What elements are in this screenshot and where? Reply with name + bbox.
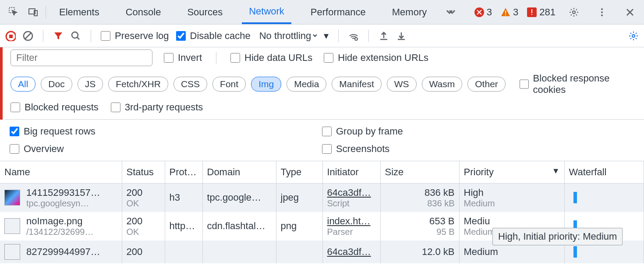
close-devtools-icon[interactable] <box>620 3 640 22</box>
request-thumb <box>4 190 20 205</box>
col-domain[interactable]: Domain <box>202 161 276 183</box>
svg-point-10 <box>601 8 603 10</box>
big-request-rows-checkbox[interactable]: Big request rows <box>10 126 322 137</box>
type-pill-doc[interactable]: Doc <box>41 77 72 92</box>
panel-tab-elements[interactable]: Elements <box>52 1 106 23</box>
search-icon[interactable] <box>71 31 81 41</box>
col-status[interactable]: Status <box>122 161 165 183</box>
issues-count[interactable]: 281 <box>527 7 556 18</box>
svg-point-12 <box>601 14 603 16</box>
panel-tab-memory[interactable]: Memory <box>385 1 434 23</box>
svg-rect-5 <box>505 14 506 15</box>
svg-point-9 <box>573 11 575 14</box>
device-toggle-icon[interactable] <box>24 3 43 22</box>
settings-gear-icon[interactable] <box>564 3 584 22</box>
request-thumb <box>4 218 20 234</box>
more-panels-icon[interactable] <box>441 3 460 22</box>
overview-checkbox[interactable]: Overview <box>10 143 322 155</box>
col-priority[interactable]: Priority▼ <box>459 161 564 183</box>
type-pill-wasm[interactable]: Wasm <box>422 77 463 92</box>
kebab-menu-icon[interactable] <box>592 3 612 22</box>
network-conditions-icon[interactable] <box>348 31 359 41</box>
blocked-requests-checkbox[interactable]: Blocked requests <box>11 102 99 113</box>
blocked-cookies-checkbox[interactable]: Blocked response cookies <box>520 73 639 96</box>
svg-rect-8 <box>531 14 532 15</box>
svg-line-18 <box>77 37 79 39</box>
throttling-select[interactable]: No throttling <box>258 30 318 42</box>
inspect-icon[interactable] <box>4 3 24 22</box>
col-initiator[interactable]: Initiator <box>322 161 380 183</box>
clear-icon[interactable] <box>23 31 33 41</box>
network-toolbar: Preserve log Disable cache No throttling… <box>0 25 644 47</box>
svg-point-19 <box>355 38 357 40</box>
svg-point-20 <box>632 35 635 37</box>
type-pill-ws[interactable]: WS <box>387 77 417 92</box>
waterfall-bar <box>573 246 577 258</box>
svg-rect-14 <box>9 35 13 38</box>
requests-table: NameStatusProt…DomainTypeInitiatorSizePr… <box>0 161 644 263</box>
extra-filters-row: Blocked requests 3rd-party requests <box>5 100 644 120</box>
network-settings-gear-icon[interactable] <box>628 31 639 41</box>
type-pill-js[interactable]: JS <box>78 77 103 92</box>
chevron-down-icon: ▾ <box>324 30 329 42</box>
panel-tabstrip: ElementsConsoleSourcesNetworkPerformance… <box>0 0 644 25</box>
filter-funnel-icon[interactable] <box>53 31 64 41</box>
view-options: Big request rows Group by frame Overview… <box>0 120 644 161</box>
filter-input[interactable] <box>11 50 152 66</box>
col-size[interactable]: Size <box>380 161 459 183</box>
type-pill-manifest[interactable]: Manifest <box>332 77 381 92</box>
panel-tab-network[interactable]: Network <box>242 0 291 24</box>
type-pill-img[interactable]: Img <box>251 77 281 92</box>
panel-tab-performance[interactable]: Performance <box>304 1 373 23</box>
col-type[interactable]: Type <box>276 161 322 183</box>
svg-line-16 <box>25 33 31 39</box>
type-pill-other[interactable]: Other <box>467 77 506 92</box>
record-button[interactable] <box>5 31 16 41</box>
error-count[interactable]: 3 <box>474 7 492 18</box>
hide-data-urls-checkbox[interactable]: Hide data URLs <box>230 52 312 64</box>
type-pill-fetchxhr[interactable]: Fetch/XHR <box>108 77 168 92</box>
hide-extension-urls-checkbox[interactable]: Hide extension URLs <box>324 52 428 64</box>
priority-tooltip: High, Initial priority: Medium <box>492 228 623 245</box>
col-waterfall[interactable]: Waterfall <box>564 161 644 183</box>
svg-rect-7 <box>531 9 532 13</box>
type-pill-css[interactable]: CSS <box>173 77 207 92</box>
group-by-frame-checkbox[interactable]: Group by frame <box>322 126 634 137</box>
svg-point-11 <box>601 11 603 13</box>
table-row[interactable]: 141152993157…tpc.googlesyn…200OKh3tpc.go… <box>0 183 644 212</box>
col-prot[interactable]: Prot… <box>165 161 202 183</box>
export-har-icon[interactable] <box>379 31 389 41</box>
svg-rect-4 <box>505 11 506 14</box>
preserve-log-checkbox[interactable]: Preserve log <box>101 30 169 42</box>
panel-tab-console[interactable]: Console <box>119 1 168 23</box>
warning-count[interactable]: 3 <box>501 7 518 18</box>
screenshots-checkbox[interactable]: Screenshots <box>322 143 634 155</box>
type-pill-all[interactable]: All <box>11 77 35 92</box>
type-pill-font[interactable]: Font <box>212 77 246 92</box>
col-name[interactable]: Name <box>0 161 122 183</box>
disable-cache-checkbox[interactable]: Disable cache <box>176 30 251 42</box>
request-thumb <box>4 244 20 260</box>
invert-checkbox[interactable]: Invert <box>164 52 202 64</box>
third-party-checkbox[interactable]: 3rd-party requests <box>111 102 203 113</box>
svg-point-17 <box>72 32 78 38</box>
panel-tab-sources[interactable]: Sources <box>180 1 230 23</box>
filter-row: Invert Hide data URLs Hide extension URL… <box>5 47 644 68</box>
type-pill-media[interactable]: Media <box>287 77 326 92</box>
type-filter-row: AllDocJSFetch/XHRCSSFontImgMediaManifest… <box>5 68 644 100</box>
waterfall-bar <box>573 192 577 203</box>
import-har-icon[interactable] <box>396 31 407 41</box>
